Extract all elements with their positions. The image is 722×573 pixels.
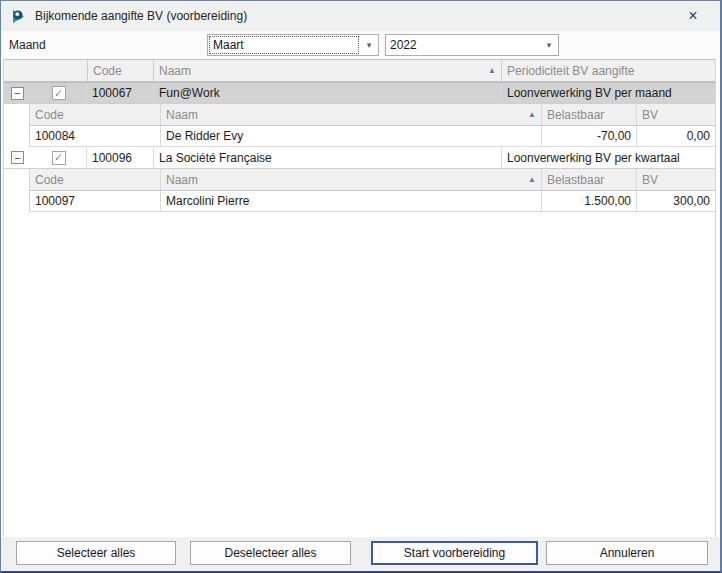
dialog-window: Bijkomende aangifte BV (voorbereiding) ×… (0, 0, 722, 573)
start-preparation-button[interactable]: Start voorbereiding (371, 541, 538, 565)
cancel-button[interactable]: Annuleren (546, 541, 708, 565)
employee-code: 100084 (30, 126, 161, 146)
detail-header-row: Code Naam ▲ Belastbaar BV (29, 104, 715, 126)
group-row-company[interactable]: − ✓ 100096 La Société Française Loonverw… (4, 147, 715, 169)
company-name: La Société Française (154, 147, 502, 168)
column-header-code[interactable]: Code (87, 60, 154, 81)
detail-column-naam-label: Naam (166, 108, 198, 122)
company-grid: Code Naam ▲ Periodiciteit BV aangifte − … (3, 59, 716, 537)
deselect-all-button[interactable]: Deselecteer alles (190, 541, 351, 565)
footer-bar: Selecteer alles Deselecteer alles Start … (1, 537, 720, 571)
employee-belastbaar: -70,00 (542, 126, 637, 146)
window-title: Bijkomende aangifte BV (voorbereiding) (35, 9, 247, 23)
detail-column-code[interactable]: Code (30, 104, 161, 125)
company-checkbox[interactable]: ✓ (52, 86, 66, 100)
checkbox-cell: ✓ (31, 83, 87, 103)
detail-column-bv[interactable]: BV (637, 104, 715, 125)
sort-ascending-icon: ▲ (528, 110, 536, 119)
sort-ascending-icon: ▲ (528, 175, 536, 184)
filter-row: Maand Maart ▾ 2022 ▾ (1, 31, 720, 59)
company-name: Fun@Work (154, 83, 502, 103)
detail-column-naam[interactable]: Naam ▲ (161, 104, 542, 125)
employee-code: 100097 (30, 191, 161, 211)
company-checkbox[interactable]: ✓ (52, 151, 66, 165)
collapse-cell: − (4, 83, 31, 103)
employee-bv: 0,00 (637, 126, 715, 146)
company-code: 100096 (87, 147, 154, 168)
detail-column-naam[interactable]: Naam ▲ (161, 169, 542, 190)
year-dropdown-value: 2022 (386, 38, 540, 52)
company-periodicity: Loonverwerking BV per kwartaal (502, 147, 715, 168)
checkbox-cell: ✓ (31, 147, 87, 168)
employee-row[interactable]: 100084 De Ridder Evy -70,00 0,00 (29, 126, 715, 147)
header-spacer (4, 60, 87, 81)
title-bar: Bijkomende aangifte BV (voorbereiding) × (1, 1, 720, 31)
column-header-naam-label: Naam (159, 64, 191, 78)
detail-column-bv[interactable]: BV (637, 169, 715, 190)
column-header-periodiciteit[interactable]: Periodiciteit BV aangifte (502, 60, 715, 81)
year-dropdown[interactable]: 2022 ▾ (385, 34, 559, 56)
month-label: Maand (9, 38, 46, 52)
close-icon[interactable]: × (678, 4, 708, 28)
sort-ascending-icon: ▲ (488, 66, 496, 75)
company-code: 100067 (87, 83, 154, 103)
chevron-down-icon[interactable]: ▾ (540, 35, 558, 55)
column-header-naam[interactable]: Naam ▲ (154, 60, 502, 81)
detail-column-code[interactable]: Code (30, 169, 161, 190)
select-all-button[interactable]: Selecteer alles (16, 541, 176, 565)
app-logo-icon (10, 8, 27, 25)
employee-bv: 300,00 (637, 191, 715, 211)
employee-name: De Ridder Evy (161, 126, 542, 146)
month-dropdown-value: Maart (209, 36, 359, 54)
employee-belastbaar: 1.500,00 (542, 191, 637, 211)
collapse-icon[interactable]: − (11, 151, 24, 164)
group-row-company[interactable]: − ✓ 100067 Fun@Work Loonverwerking BV pe… (4, 82, 715, 104)
detail-column-naam-label: Naam (166, 173, 198, 187)
detail-header-row: Code Naam ▲ Belastbaar BV (29, 169, 715, 191)
collapse-cell: − (4, 147, 31, 168)
company-periodicity: Loonverwerking BV per maand (502, 83, 715, 103)
detail-column-belastbaar[interactable]: Belastbaar (542, 104, 637, 125)
month-dropdown[interactable]: Maart ▾ (207, 34, 379, 56)
detail-column-belastbaar[interactable]: Belastbaar (542, 169, 637, 190)
employee-name: Marcolini Pierre (161, 191, 542, 211)
employee-row[interactable]: 100097 Marcolini Pierre 1.500,00 300,00 (29, 191, 715, 212)
chevron-down-icon[interactable]: ▾ (360, 35, 378, 55)
grid-header-row: Code Naam ▲ Periodiciteit BV aangifte (4, 60, 715, 82)
collapse-icon[interactable]: − (11, 87, 24, 100)
